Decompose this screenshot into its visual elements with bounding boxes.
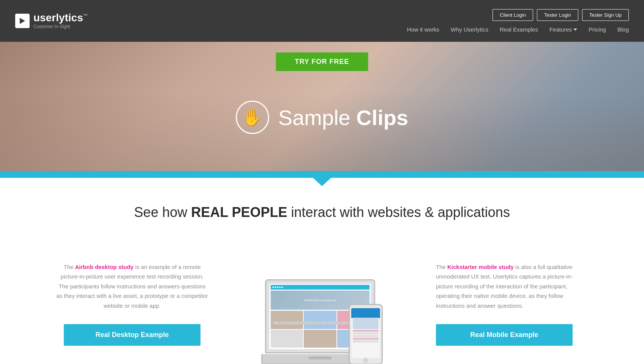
- key: [273, 321, 279, 324]
- kickstarter-description: The Kickstarter mobile study is also a f…: [436, 262, 588, 311]
- screen-header-bar: [271, 285, 369, 290]
- headline-light: See how: [134, 204, 191, 220]
- key: [320, 321, 327, 324]
- key: [314, 321, 320, 324]
- hand-icon-circle: ✋: [236, 101, 269, 134]
- left-column: The Airbnb desktop study is an example o…: [56, 262, 208, 346]
- screen-nav-dot-5: [281, 286, 283, 288]
- nav-pricing[interactable]: Pricing: [589, 26, 606, 33]
- hero-section: TRY FOR FREE ✋ Sample Clips: [0, 42, 644, 171]
- chevron-down-icon: [573, 28, 577, 31]
- blue-accent-bar: [0, 171, 644, 178]
- device-illustration: You don't join us, we join you: [261, 243, 383, 364]
- phone-content-row-4: [353, 338, 379, 340]
- key: [294, 321, 300, 324]
- key: [341, 321, 347, 324]
- phone-content-image: [353, 318, 379, 329]
- logo-area: userlytics™ Customer In-Sight: [15, 13, 88, 29]
- nav-real-examples[interactable]: Real Examples: [500, 26, 538, 33]
- phone-content-row-2: [353, 332, 379, 334]
- nav-features[interactable]: Features: [549, 26, 577, 33]
- try-for-free-container: TRY FOR FREE: [276, 52, 368, 71]
- main-nav: How it works Why Userlytics Real Example…: [407, 26, 629, 33]
- logo-light: user: [33, 12, 56, 24]
- phone-content-row-1: [353, 330, 379, 332]
- headline-rest: interact with websites & applications: [287, 204, 510, 220]
- client-login-button[interactable]: Client Login: [492, 9, 533, 21]
- site-header: userlytics™ Customer In-Sight Client Log…: [0, 0, 644, 42]
- blue-triangle-indicator: [312, 177, 332, 186]
- phone-content-row-3: [353, 335, 379, 337]
- phone-content-row-5: [353, 340, 379, 342]
- main-headline: See how REAL PEOPLE interact with websit…: [23, 204, 621, 220]
- key: [287, 321, 293, 324]
- key: [307, 321, 313, 324]
- phone-home-button: [363, 358, 368, 362]
- features-label: Features: [549, 26, 572, 33]
- logo-tagline: Customer In-Sight: [33, 24, 88, 29]
- logo-bold: lytics: [56, 12, 83, 24]
- right-column: The Kickstarter mobile study is also a f…: [436, 262, 588, 346]
- screen-nav-dot-3: [277, 286, 278, 288]
- key: [280, 321, 286, 324]
- key: [300, 321, 306, 324]
- hand-icon: ✋: [242, 108, 263, 127]
- real-desktop-example-button[interactable]: Real Desktop Example: [64, 324, 200, 346]
- main-content: See how REAL PEOPLE interact with websit…: [0, 178, 644, 364]
- phone-body: [349, 304, 383, 364]
- hero-title-light: Sample: [278, 105, 356, 129]
- headline-bold: REAL PEOPLE: [191, 204, 287, 220]
- nav-why-userlytics[interactable]: Why Userlytics: [451, 26, 488, 33]
- logo-text-block: userlytics™ Customer In-Sight: [33, 13, 88, 29]
- kickstarter-desc-after: is also a full qualitative unmoderated U…: [436, 264, 573, 309]
- center-device-illustration: You don't join us, we join you: [257, 243, 387, 364]
- logo-icon: [15, 14, 30, 28]
- airbnb-description: The Airbnb desktop study is an example o…: [56, 262, 208, 311]
- key: [327, 321, 333, 324]
- hero-title-bold: Clips: [356, 105, 408, 129]
- key: [334, 321, 340, 324]
- hero-title: Sample Clips: [278, 105, 408, 130]
- hero-content: ✋ Sample Clips: [236, 101, 408, 134]
- nav-blog[interactable]: Blog: [617, 26, 629, 33]
- airbnb-desc-after: is an example of a remote picture-in-pic…: [56, 264, 208, 309]
- nav-how-it-works[interactable]: How it works: [407, 26, 439, 33]
- try-for-free-button[interactable]: TRY FOR FREE: [276, 52, 368, 71]
- phone-content-rows: [353, 318, 379, 343]
- tester-signup-button[interactable]: Tester Sign Up: [582, 9, 629, 21]
- kickstarter-desc-before: The: [436, 264, 447, 270]
- header-right: Client Login Tester Login Tester Sign Up…: [407, 9, 629, 33]
- airbnb-desc-before: The: [64, 264, 75, 270]
- screen-nav-dot: [272, 286, 274, 288]
- auth-buttons: Client Login Tester Login Tester Sign Up: [492, 9, 629, 21]
- svg-marker-0: [20, 18, 25, 24]
- phone-screen: [351, 308, 380, 358]
- screen-nav-dot-2: [275, 286, 276, 288]
- real-mobile-example-button[interactable]: Real Mobile Example: [436, 324, 573, 346]
- three-column-layout: The Airbnb desktop study is an example o…: [56, 243, 588, 364]
- kickstarter-highlight: Kickstarter mobile study: [447, 264, 514, 270]
- airbnb-highlight: Airbnb desktop study: [75, 264, 134, 270]
- logo-text: userlytics™: [33, 13, 88, 23]
- screen-nav-dot-4: [279, 286, 281, 288]
- tester-login-button[interactable]: Tester Login: [537, 9, 578, 21]
